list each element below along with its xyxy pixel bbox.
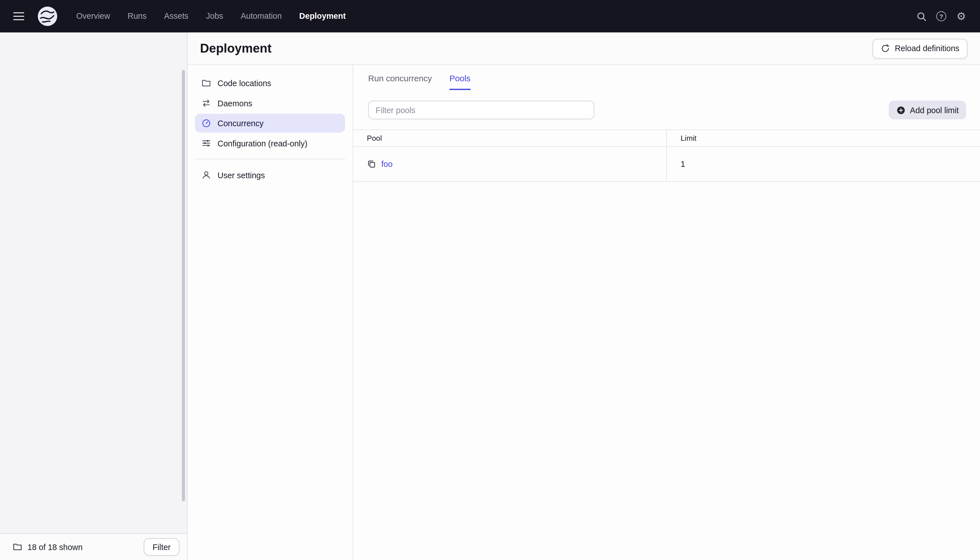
nav-item-label: Code locations xyxy=(218,78,271,88)
folder-icon xyxy=(201,78,211,88)
dagster-app: OverviewRunsAssetsJobsAutomationDeployme… xyxy=(0,0,980,560)
nav-item-code-locations[interactable]: Code locations xyxy=(195,73,345,92)
topnav-link[interactable]: Overview xyxy=(67,0,119,32)
body-wrap: 18 of 18 shown Filter Deployment Reload … xyxy=(0,32,980,560)
sidebar-footer: 18 of 18 shown Filter xyxy=(0,533,187,560)
pool-icon xyxy=(367,160,376,169)
filter-button[interactable]: Filter xyxy=(144,538,179,556)
reload-definitions-button[interactable]: Reload definitions xyxy=(872,38,967,58)
deployment-settings-nav: Code locations Daemons Concurrency xyxy=(188,65,353,560)
hamburger-menu-button[interactable] xyxy=(9,6,29,26)
sidebar-list xyxy=(0,32,187,533)
add-pool-limit-button[interactable]: Add pool limit xyxy=(889,101,967,119)
dagster-logo[interactable] xyxy=(37,5,59,28)
search-icon xyxy=(916,11,927,21)
reload-icon xyxy=(880,44,890,53)
sidebar-scrollbar[interactable] xyxy=(182,70,185,501)
nav-item-label: Daemons xyxy=(218,98,252,108)
page-title: Deployment xyxy=(200,41,272,56)
top-navigation: OverviewRunsAssetsJobsAutomationDeployme… xyxy=(0,0,980,32)
column-header-pool: Pool xyxy=(353,130,667,147)
gear-icon: ⚙ xyxy=(957,11,966,21)
pools-toolbar: Add pool limit xyxy=(353,90,980,119)
add-pool-limit-label: Add pool limit xyxy=(910,105,959,115)
sidebar: 18 of 18 shown Filter xyxy=(0,32,188,560)
daemons-icon xyxy=(201,98,211,108)
pool-limit-value: 1 xyxy=(667,147,980,182)
help-button[interactable]: ? xyxy=(931,6,951,26)
concurrency-content: Run concurrency Pools Add pool limit xyxy=(353,65,980,560)
sliders-icon xyxy=(201,138,211,148)
settings-button[interactable]: ⚙ xyxy=(951,6,971,26)
pool-link[interactable]: foo xyxy=(381,160,393,169)
folder-icon xyxy=(13,542,22,552)
table-header-row: Pool Limit xyxy=(353,130,980,147)
nav-item-configuration[interactable]: Configuration (read-only) xyxy=(195,134,345,153)
nav-item-label: User settings xyxy=(218,170,265,180)
topnav-links: OverviewRunsAssetsJobsAutomationDeployme… xyxy=(67,0,354,32)
nav-item-concurrency[interactable]: Concurrency xyxy=(195,114,345,132)
topnav-link[interactable]: Jobs xyxy=(197,0,232,32)
tab-run-concurrency[interactable]: Run concurrency xyxy=(368,73,432,90)
page-header: Deployment Reload definitions xyxy=(188,32,980,65)
main-content: Deployment Reload definitions Code locat… xyxy=(188,32,980,560)
tab-pools[interactable]: Pools xyxy=(449,73,470,90)
deployment-body: Code locations Daemons Concurrency xyxy=(188,65,980,560)
column-header-limit: Limit xyxy=(667,130,980,147)
nav-item-user-settings[interactable]: User settings xyxy=(195,166,345,185)
nav-item-daemons[interactable]: Daemons xyxy=(195,94,345,113)
table-row: foo 1 xyxy=(353,147,980,182)
pool-cell: foo xyxy=(353,147,667,182)
topnav-link[interactable]: Runs xyxy=(119,0,155,32)
topnav-link[interactable]: Deployment xyxy=(291,0,354,32)
concurrency-icon xyxy=(201,118,211,128)
tabs: Run concurrency Pools xyxy=(353,65,980,90)
plus-circle-icon xyxy=(896,105,905,115)
shown-count: 18 of 18 shown xyxy=(28,542,83,552)
filter-pools-input[interactable] xyxy=(368,101,594,119)
divider xyxy=(195,159,345,160)
topnav-link[interactable]: Automation xyxy=(232,0,291,32)
user-icon xyxy=(201,170,211,180)
help-icon: ? xyxy=(936,12,946,21)
nav-item-label: Configuration (read-only) xyxy=(218,138,307,148)
pools-table: Pool Limit xyxy=(353,129,980,182)
nav-item-label: Concurrency xyxy=(218,118,263,128)
reload-definitions-label: Reload definitions xyxy=(895,44,959,53)
search-button[interactable] xyxy=(911,6,931,26)
topnav-link[interactable]: Assets xyxy=(155,0,197,32)
